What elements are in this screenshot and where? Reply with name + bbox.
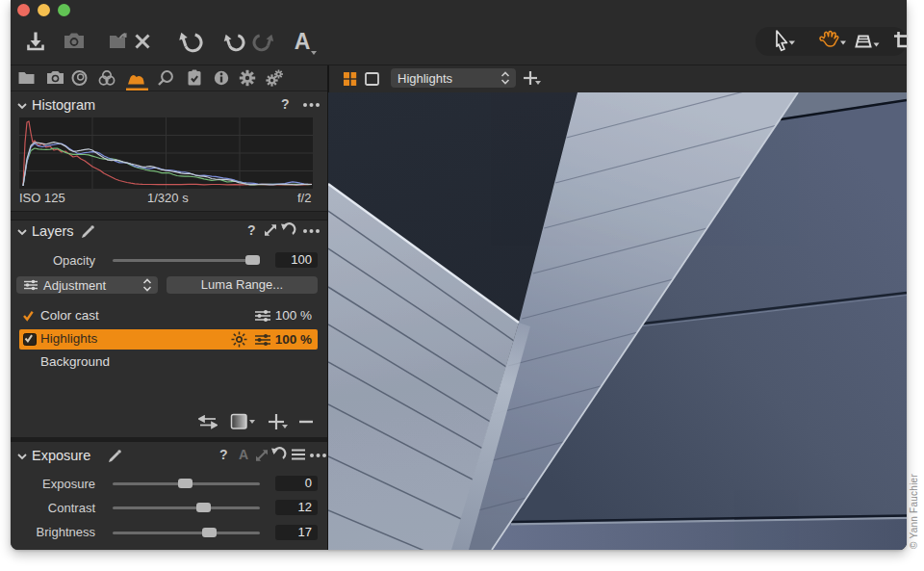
svg-text:A: A: [295, 29, 311, 54]
